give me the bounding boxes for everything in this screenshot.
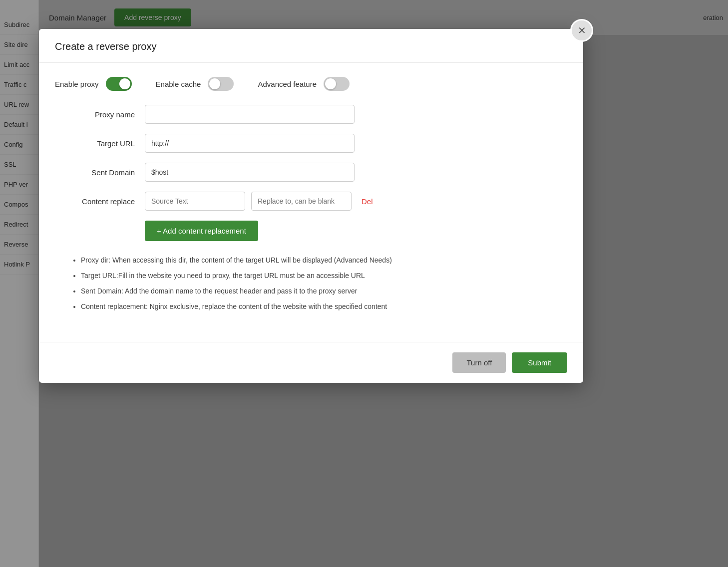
info-item-1: Proxy dir: When accessing this dir, the … [81, 255, 567, 266]
modal-footer: Turn off Submit [39, 342, 583, 383]
content-replace-row: Content replace Del [55, 192, 567, 211]
info-item-4: Content replacement: Nginx exclusive, re… [81, 301, 567, 312]
del-button[interactable]: Del [358, 195, 377, 208]
modal-header: Create a reverse proxy [39, 29, 583, 63]
advanced-feature-track [324, 77, 350, 91]
advanced-feature-group: Advanced feature [258, 77, 350, 91]
enable-proxy-toggle[interactable] [106, 77, 132, 91]
submit-button[interactable]: Submit [512, 352, 567, 373]
content-replace-label: Content replace [55, 197, 145, 206]
info-item-3: Sent Domain: Add the domain name to the … [81, 286, 567, 296]
close-icon: ✕ [578, 24, 586, 36]
enable-cache-toggle[interactable] [208, 77, 234, 91]
target-url-input[interactable] [145, 134, 355, 153]
sent-domain-label: Sent Domain [55, 168, 145, 177]
content-replace-inputs: Del [145, 192, 377, 211]
enable-cache-thumb [209, 78, 220, 89]
add-content-replacement-button[interactable]: + Add content replacement [145, 221, 258, 241]
modal-body: Enable proxy Enable cache [39, 63, 583, 342]
enable-cache-group: Enable cache [156, 77, 234, 91]
enable-cache-label: Enable cache [156, 80, 201, 88]
source-text-input[interactable] [145, 192, 245, 211]
toggle-row: Enable proxy Enable cache [55, 77, 567, 91]
enable-cache-track [208, 77, 234, 91]
turn-off-button[interactable]: Turn off [452, 352, 506, 373]
proxy-name-row: Proxy name [55, 105, 567, 124]
modal-dialog: ✕ Create a reverse proxy Enable proxy En… [39, 29, 583, 383]
target-url-row: Target URL [55, 134, 567, 153]
replace-to-input[interactable] [251, 192, 352, 211]
enable-proxy-thumb [119, 78, 130, 89]
advanced-feature-toggle[interactable] [324, 77, 350, 91]
enable-proxy-group: Enable proxy [55, 77, 132, 91]
modal-title: Create a reverse proxy [55, 41, 567, 52]
sent-domain-input[interactable] [145, 163, 355, 182]
advanced-feature-thumb [325, 78, 336, 89]
enable-proxy-label: Enable proxy [55, 80, 99, 88]
advanced-feature-label: Advanced feature [258, 80, 317, 88]
info-item-2: Target URL:Fill in the website you need … [81, 271, 567, 281]
target-url-label: Target URL [55, 139, 145, 148]
enable-proxy-track [106, 77, 132, 91]
sent-domain-row: Sent Domain [55, 163, 567, 182]
proxy-name-label: Proxy name [55, 110, 145, 119]
close-button[interactable]: ✕ [570, 19, 593, 42]
proxy-name-input[interactable] [145, 105, 355, 124]
info-list: Proxy dir: When accessing this dir, the … [71, 255, 567, 312]
